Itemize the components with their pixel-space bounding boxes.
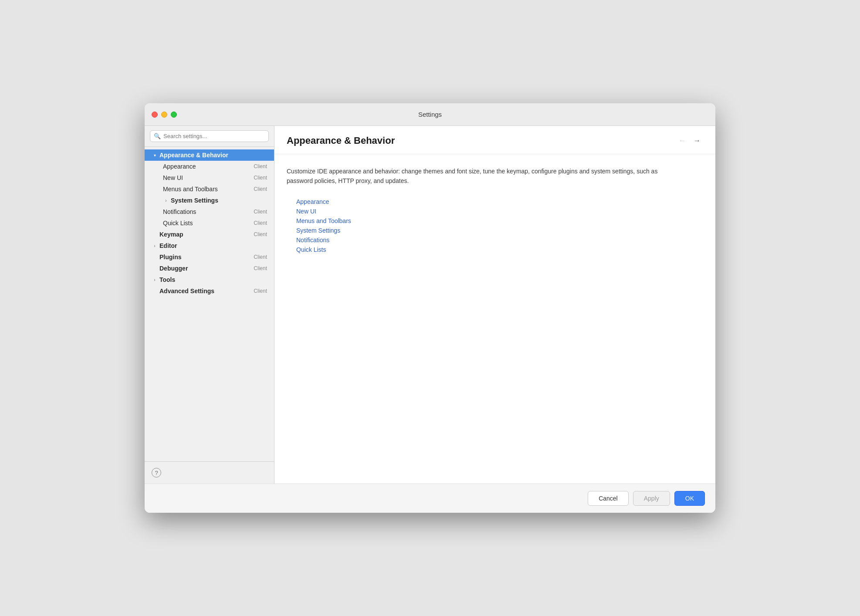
- sidebar-item-system-settings[interactable]: › System Settings: [145, 195, 274, 206]
- content-body: Customize IDE appearance and behavior: c…: [274, 154, 715, 484]
- sidebar-item-plugins[interactable]: › Plugins Client: [145, 251, 274, 263]
- content-header: Appearance & Behavior ← →: [274, 126, 715, 154]
- sidebar-footer: ?: [145, 461, 274, 484]
- main-content: Appearance & Behavior ← → Customize IDE …: [274, 126, 715, 484]
- sidebar-item-appearance[interactable]: Appearance Client: [145, 161, 274, 172]
- sidebar-item-label: Menus and Toolbars: [163, 186, 250, 193]
- sidebar-item-label: Tools: [159, 276, 267, 283]
- sidebar-item-keymap[interactable]: › Keymap Client: [145, 229, 274, 240]
- window-body: 🔍 ▾ Appearance & Behavior Appearance Cli…: [145, 126, 715, 484]
- sidebar-item-tag: Client: [254, 186, 267, 192]
- chevron-right-icon: ›: [152, 277, 158, 283]
- minimize-button[interactable]: [161, 112, 167, 118]
- content-link-appearance[interactable]: Appearance: [296, 198, 703, 205]
- sidebar-item-new-ui[interactable]: New UI Client: [145, 172, 274, 183]
- sidebar-item-label: Appearance & Behavior: [159, 152, 267, 159]
- content-title: Appearance & Behavior: [287, 135, 395, 146]
- nav-back-button[interactable]: ←: [676, 135, 688, 147]
- sidebar-item-tools[interactable]: › Tools: [145, 274, 274, 285]
- sidebar-item-debugger[interactable]: › Debugger Client: [145, 263, 274, 274]
- sidebar-item-editor[interactable]: › Editor: [145, 240, 274, 251]
- sidebar-item-tag: Client: [254, 254, 267, 260]
- content-links-list: Appearance New UI Menus and Toolbars Sys…: [296, 198, 703, 253]
- sidebar-item-tag: Client: [254, 163, 267, 169]
- nav-arrows: ← →: [676, 135, 703, 147]
- sidebar-item-tag: Client: [254, 288, 267, 294]
- title-bar: Settings: [145, 103, 715, 126]
- sidebar: 🔍 ▾ Appearance & Behavior Appearance Cli…: [145, 126, 274, 484]
- sidebar-item-quick-lists[interactable]: Quick Lists Client: [145, 217, 274, 229]
- sidebar-item-label: System Settings: [171, 197, 267, 204]
- sidebar-list: ▾ Appearance & Behavior Appearance Clien…: [145, 147, 274, 461]
- content-description: Customize IDE appearance and behavior: c…: [287, 166, 679, 186]
- content-link-quick-lists[interactable]: Quick Lists: [296, 246, 703, 253]
- settings-window: Settings 🔍 ▾ Appearance & Behavior Appea…: [145, 103, 715, 513]
- sidebar-item-label: Keymap: [159, 231, 250, 238]
- content-link-menus-toolbars[interactable]: Menus and Toolbars: [296, 217, 703, 224]
- sidebar-item-label: Plugins: [159, 254, 250, 261]
- sidebar-item-label: Appearance: [163, 163, 250, 170]
- apply-button[interactable]: Apply: [633, 491, 670, 506]
- maximize-button[interactable]: [171, 112, 177, 118]
- sidebar-item-tag: Client: [254, 220, 267, 226]
- sidebar-item-label: New UI: [163, 174, 250, 181]
- sidebar-item-tag: Client: [254, 175, 267, 181]
- traffic-lights: [152, 112, 177, 118]
- search-input-wrap: 🔍: [150, 130, 269, 142]
- sidebar-item-label: Debugger: [159, 265, 250, 272]
- close-button[interactable]: [152, 112, 158, 118]
- sidebar-item-label: Editor: [159, 242, 267, 249]
- window-footer: Cancel Apply OK: [145, 484, 715, 513]
- chevron-down-icon: ▾: [152, 152, 158, 158]
- chevron-right-icon: ›: [152, 243, 158, 249]
- sidebar-item-menus-toolbars[interactable]: Menus and Toolbars Client: [145, 183, 274, 195]
- search-input[interactable]: [163, 133, 265, 139]
- sidebar-item-label: Notifications: [163, 208, 250, 215]
- search-container: 🔍: [145, 126, 274, 147]
- content-link-system-settings[interactable]: System Settings: [296, 227, 703, 234]
- chevron-right-icon: ›: [163, 197, 169, 203]
- sidebar-item-notifications[interactable]: Notifications Client: [145, 206, 274, 217]
- cancel-button[interactable]: Cancel: [588, 491, 629, 506]
- sidebar-item-advanced-settings[interactable]: › Advanced Settings Client: [145, 285, 274, 297]
- sidebar-item-label: Advanced Settings: [159, 288, 250, 294]
- search-icon: 🔍: [154, 133, 161, 139]
- sidebar-item-appearance-behavior[interactable]: ▾ Appearance & Behavior: [145, 149, 274, 161]
- help-button[interactable]: ?: [152, 468, 161, 477]
- sidebar-item-tag: Client: [254, 265, 267, 271]
- content-link-notifications[interactable]: Notifications: [296, 237, 703, 244]
- window-title: Settings: [418, 111, 442, 118]
- ok-button[interactable]: OK: [674, 491, 705, 506]
- content-link-new-ui[interactable]: New UI: [296, 208, 703, 215]
- nav-forward-button[interactable]: →: [691, 135, 703, 147]
- sidebar-item-label: Quick Lists: [163, 220, 250, 227]
- sidebar-item-tag: Client: [254, 231, 267, 237]
- sidebar-item-tag: Client: [254, 209, 267, 215]
